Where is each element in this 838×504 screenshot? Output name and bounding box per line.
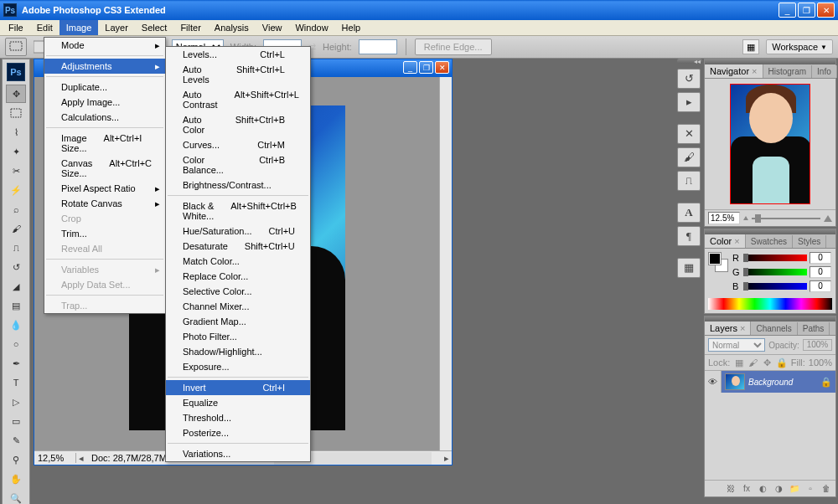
gradient-tool[interactable]: ▤ [6,296,26,315]
history-brush-tool[interactable]: ↺ [6,258,26,276]
tab-channels[interactable]: Channels [751,322,797,335]
menu-levels[interactable]: Levels...Ctrl+L [166,47,310,62]
tab-layers[interactable]: Layers× [705,321,751,335]
menu-replace-color[interactable]: Replace Color... [166,269,310,284]
b-slider[interactable] [743,283,807,290]
menu-gradient-map[interactable]: Gradient Map... [166,314,310,329]
menu-duplicate[interactable]: Duplicate... [44,80,165,95]
navigator-thumbnail[interactable] [730,84,810,204]
r-value[interactable]: 0 [810,252,831,264]
dock-paragraph-icon[interactable]: ¶ [677,226,701,246]
menu-image[interactable]: Image [59,20,99,35]
layer-row[interactable]: 👁 Background 🔒 [705,371,835,393]
new-layer-icon[interactable]: ▫ [804,483,817,495]
menu-trim[interactable]: Trim... [44,226,165,241]
lock-position-icon[interactable]: ✥ [762,357,773,368]
eyedropper-tool[interactable]: ⚲ [6,450,26,469]
menu-pixel-aspect[interactable]: Pixel Aspect Ratio▸ [44,181,165,196]
dock-brushes-icon[interactable]: 🖌 [677,147,701,167]
menu-variations[interactable]: Variations... [166,446,310,461]
lasso-tool[interactable]: ⌇ [6,123,26,141]
type-tool[interactable]: T [6,373,26,392]
folder-icon[interactable]: 📁 [788,483,801,495]
layer-mask-icon[interactable]: ◐ [756,483,769,495]
menu-view[interactable]: View [256,20,289,35]
minimize-button[interactable]: _ [779,3,796,18]
lock-image-icon[interactable]: 🖌 [747,357,758,368]
menu-file[interactable]: File [2,20,30,35]
doc-close-button[interactable]: ✕ [435,61,449,74]
tab-paths[interactable]: Paths [798,322,830,335]
color-ramp[interactable] [708,298,832,310]
fill-value[interactable]: 100% [809,357,832,368]
healing-tool[interactable]: ⌕ [6,200,26,219]
tab-histogram[interactable]: Histogram [763,65,813,78]
menu-auto-color[interactable]: Auto ColorShift+Ctrl+B [166,112,310,137]
dodge-tool[interactable]: ○ [6,335,26,353]
menu-mode[interactable]: Mode▸ [44,38,165,53]
tab-swatches[interactable]: Swatches [746,235,793,248]
menu-rotate-canvas[interactable]: Rotate Canvas▸ [44,196,165,211]
shape-tool[interactable]: ▭ [6,412,26,430]
dock-tool-presets-icon[interactable]: ✕ [677,124,701,144]
menu-invert[interactable]: InvertCtrl+I [166,380,310,395]
dock-layercomps-icon[interactable]: ▦ [677,258,701,278]
nav-zoom-slider[interactable] [752,218,820,219]
ps-icon[interactable]: Ps [7,63,25,81]
path-tool[interactable]: ▷ [6,393,26,411]
g-slider[interactable] [743,269,807,275]
color-panel-swatches[interactable] [708,252,730,274]
menu-hue-saturation[interactable]: Hue/Saturation...Ctrl+U [166,224,310,239]
zoom-out-icon[interactable] [743,216,748,220]
tab-navigator[interactable]: Navigator× [705,64,763,78]
menu-selective-color[interactable]: Selective Color... [166,284,310,299]
menu-equalize[interactable]: Equalize [166,395,310,410]
tab-styles[interactable]: Styles [793,235,826,248]
r-slider[interactable] [743,255,807,261]
menu-analysis[interactable]: Analysis [208,20,256,35]
lock-transparency-icon[interactable]: ▦ [733,357,744,368]
dock-character-icon[interactable]: A [677,203,701,223]
blend-mode-select[interactable]: Normal [708,338,765,352]
tab-color[interactable]: Color× [705,234,746,248]
zoom-tool[interactable]: 🔍 [6,489,26,504]
status-left-arrow[interactable]: ◂ [76,453,86,464]
menu-window[interactable]: Window [288,20,334,35]
crop-tool[interactable]: ✂ [6,162,26,180]
blur-tool[interactable]: 💧 [6,316,26,334]
menu-photo-filter[interactable]: Photo Filter... [166,329,310,344]
menu-desaturate[interactable]: DesaturateShift+Ctrl+U [166,239,310,254]
zoom-in-icon[interactable] [824,215,832,222]
doc-maximize-button[interactable]: ❐ [419,61,433,74]
notes-tool[interactable]: ✎ [6,431,26,450]
tab-info[interactable]: Info [812,65,837,78]
doc-minimize-button[interactable]: _ [403,61,417,74]
zoom-value[interactable]: 12,5% [34,453,76,463]
bridge-icon[interactable]: ▦ [742,39,759,54]
hand-tool[interactable]: ✋ [6,470,26,488]
workspace-dropdown[interactable]: Workspace▼ [766,39,833,54]
eraser-tool[interactable]: ◢ [6,277,26,296]
layer-name[interactable]: Background [748,378,820,387]
menu-black-white[interactable]: Black & White...Alt+Shift+Ctrl+B [166,198,310,224]
menu-match-color[interactable]: Match Color... [166,254,310,269]
menu-auto-levels[interactable]: Auto LevelsShift+Ctrl+L [166,62,310,87]
current-tool-icon[interactable] [5,38,27,56]
layer-thumbnail[interactable] [725,373,745,390]
scroll-right-arrow[interactable]: ▸ [442,453,452,464]
slice-tool[interactable]: ⚡ [6,181,26,199]
move-tool[interactable]: ✥ [6,85,26,103]
menu-channel-mixer[interactable]: Channel Mixer... [166,299,310,314]
menu-canvas-size[interactable]: Canvas Size...Alt+Ctrl+C [44,156,165,181]
opacity-value[interactable]: 100% [803,339,832,351]
menu-apply-image[interactable]: Apply Image... [44,95,165,110]
dock-history-icon[interactable]: ↺ [677,69,701,89]
vertical-scrollbar[interactable] [439,77,452,450]
maximize-button[interactable]: ❐ [798,3,815,18]
marquee-tool[interactable] [6,104,26,122]
g-value[interactable]: 0 [810,266,831,278]
menu-adjustments[interactable]: Adjustments▸ [44,59,165,74]
menu-brightness-contrast[interactable]: Brightness/Contrast... [166,177,310,193]
menu-auto-contrast[interactable]: Auto ContrastAlt+Shift+Ctrl+L [166,87,310,112]
b-value[interactable]: 0 [810,280,831,292]
